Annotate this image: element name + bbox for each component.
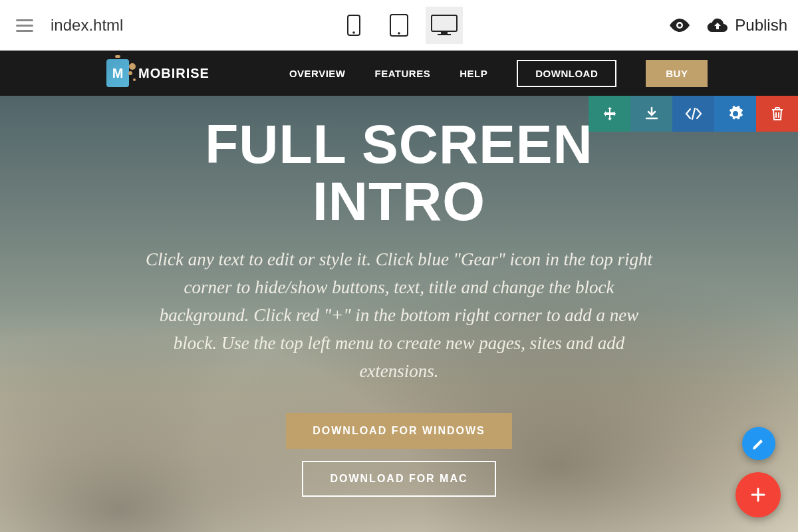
block-code-button[interactable] <box>672 96 714 132</box>
device-desktop-button[interactable] <box>426 7 463 44</box>
move-icon <box>602 106 617 121</box>
nav-download-button[interactable]: DOWNLOAD <box>517 60 616 87</box>
block-settings-button[interactable] <box>714 96 756 132</box>
hero-title[interactable]: FULL SCREENINTRO <box>205 116 593 230</box>
brand[interactable]: M MOBIRISE <box>106 59 209 87</box>
gear-icon <box>728 106 743 122</box>
block-toolbar <box>589 96 798 132</box>
pencil-icon <box>751 436 766 451</box>
cloud-upload-icon <box>707 17 728 33</box>
device-phone-button[interactable] <box>335 7 372 44</box>
hero-description[interactable]: Click any text to edit or style it. Clic… <box>140 246 658 385</box>
publish-label: Publish <box>735 16 787 35</box>
plus-icon <box>749 485 767 504</box>
add-block-fab[interactable] <box>735 472 781 517</box>
download-mac-button[interactable]: DOWNLOAD FOR MAC <box>302 461 495 497</box>
brand-text: MOBIRISE <box>138 66 209 81</box>
preview-button[interactable] <box>668 17 691 33</box>
hero-block[interactable]: FULL SCREENINTRO Click any text to edit … <box>0 96 798 532</box>
code-icon <box>685 108 702 120</box>
menu-button[interactable] <box>11 14 39 37</box>
svg-rect-4 <box>432 15 457 31</box>
publish-button[interactable]: Publish <box>707 16 787 35</box>
site-nav: M MOBIRISE OVERVIEW FEATURES HELP DOWNLO… <box>0 51 798 96</box>
block-delete-button[interactable] <box>756 96 798 132</box>
brand-logo-icon: M <box>106 59 129 87</box>
nav-buy-button[interactable]: BUY <box>646 60 708 87</box>
download-windows-button[interactable]: DOWNLOAD FOR WINDOWS <box>286 413 512 449</box>
nav-help[interactable]: HELP <box>460 68 487 79</box>
block-save-button[interactable] <box>630 96 672 132</box>
block-move-button[interactable] <box>589 96 630 132</box>
svg-point-8 <box>678 24 682 27</box>
device-tablet-button[interactable] <box>380 7 418 44</box>
svg-point-3 <box>398 32 400 35</box>
svg-point-1 <box>352 31 355 34</box>
nav-overview[interactable]: OVERVIEW <box>289 68 346 79</box>
nav-features[interactable]: FEATURES <box>374 68 430 79</box>
svg-rect-5 <box>441 31 448 34</box>
svg-rect-6 <box>438 34 451 35</box>
download-icon <box>644 106 659 121</box>
device-switcher <box>335 7 463 44</box>
app-bar: index.html Publish <box>0 0 798 51</box>
trash-icon <box>771 106 784 121</box>
edit-fab[interactable] <box>742 427 775 460</box>
filename: index.html <box>51 16 123 35</box>
